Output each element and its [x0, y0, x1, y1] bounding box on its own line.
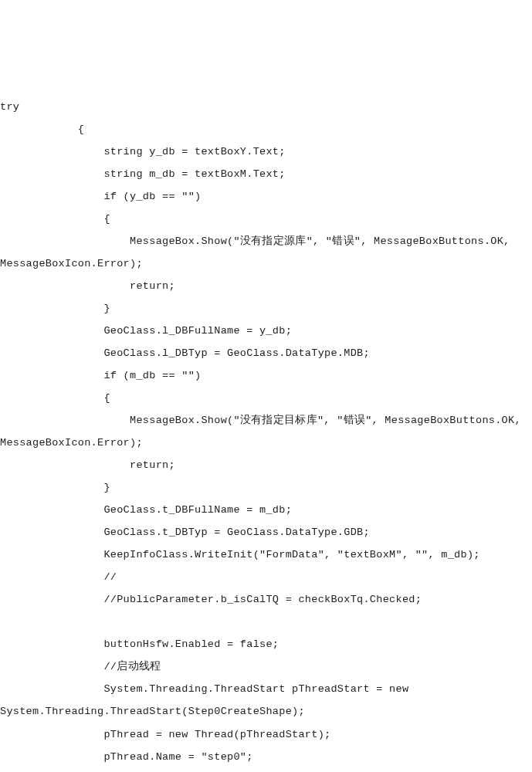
code-line: MessageBoxIcon.Error);	[0, 432, 532, 454]
code-line: pThread.Start();	[0, 768, 532, 772]
code-line: {	[0, 118, 532, 141]
code-line: return;	[0, 275, 532, 297]
code-line: MessageBox.Show("没有指定目标库", "错误", Message…	[0, 409, 532, 432]
code-line: MessageBox.Show("没有指定源库", "错误", MessageB…	[0, 230, 532, 252]
code-line: //启动线程	[0, 655, 532, 678]
code-line	[0, 611, 532, 633]
code-line: {	[0, 387, 532, 409]
code-block: try { string y_db = textBoxY.Text; strin…	[0, 96, 532, 772]
code-line: pThread.Name = "step0";	[0, 746, 532, 768]
code-line: {	[0, 208, 532, 230]
code-line: if (m_db == "")	[0, 364, 532, 387]
code-line: string m_db = textBoxM.Text;	[0, 163, 532, 185]
code-line: try	[0, 96, 532, 118]
code-line: }	[0, 476, 532, 499]
code-line: System.Threading.ThreadStart pThreadStar…	[0, 678, 532, 700]
code-line: MessageBoxIcon.Error);	[0, 252, 532, 275]
code-line: GeoClass.t_DBTyp = GeoClass.DataType.GDB…	[0, 521, 532, 543]
code-line: GeoClass.t_DBFullName = m_db;	[0, 499, 532, 521]
code-line: buttonHsfw.Enabled = false;	[0, 633, 532, 655]
code-line: KeepInfoClass.WriteInit("FormData", "tex…	[0, 543, 532, 566]
code-line: }	[0, 297, 532, 320]
code-line: string y_db = textBoxY.Text;	[0, 141, 532, 163]
code-line: if (y_db == "")	[0, 185, 532, 208]
code-line: GeoClass.l_DBTyp = GeoClass.DataType.MDB…	[0, 342, 532, 364]
code-line: return;	[0, 454, 532, 476]
code-line: System.Threading.ThreadStart(Step0Create…	[0, 700, 532, 723]
code-line: pThread = new Thread(pThreadStart);	[0, 723, 532, 746]
code-line: //PublicParameter.b_isCalTQ = checkBoxTq…	[0, 588, 532, 611]
code-line: GeoClass.l_DBFullName = y_db;	[0, 320, 532, 342]
code-line: //	[0, 566, 532, 588]
